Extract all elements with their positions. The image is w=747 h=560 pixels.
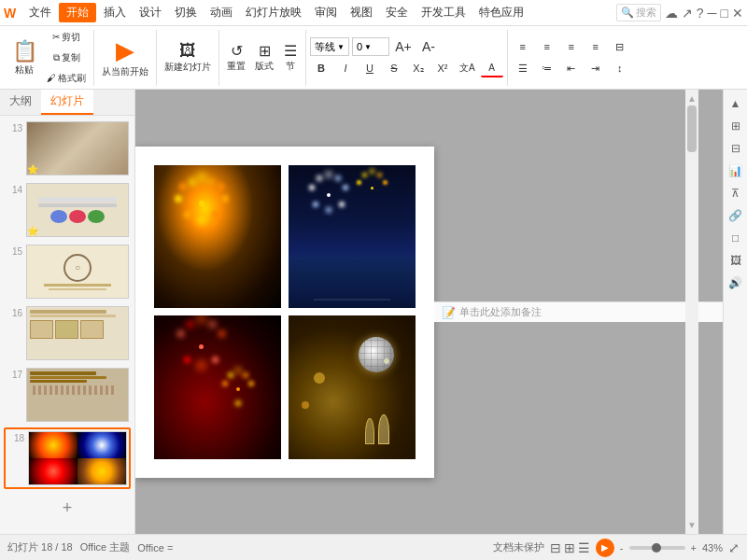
tab-slides[interactable]: 幻灯片 — [41, 90, 93, 115]
box-tool-button[interactable]: □ — [726, 228, 746, 248]
slide-image-4[interactable] — [289, 315, 416, 459]
list-button[interactable]: ☰ — [512, 59, 534, 77]
main-area: 大纲 幻灯片 13 ⭐ 14 — [0, 90, 747, 534]
slide-num-15: 15 — [6, 245, 22, 257]
justify-button[interactable]: ≡ — [585, 37, 607, 56]
cut-icon: ✂ — [52, 32, 60, 42]
clipboard-sub: ✂ 剪切 ⧉ 复制 🖌 格式刷 — [43, 28, 90, 88]
share-icon[interactable]: ↗ — [682, 6, 693, 21]
slide-item-14[interactable]: 14 ⭐ — [4, 181, 131, 239]
underline-button[interactable]: U — [359, 59, 381, 77]
strikethrough-button[interactable]: S — [383, 59, 405, 77]
slide-item-18[interactable]: 18 — [4, 427, 131, 489]
indent-decrease-button[interactable]: ⇤ — [560, 59, 583, 77]
grid-view-icon[interactable]: ⊞ — [564, 540, 575, 555]
status-bar-right: 文档未保护 ⊟ ⊞ ☰ ▶ - + 43% ⤢ — [493, 539, 740, 557]
zoom-in-button[interactable]: + — [691, 542, 697, 553]
zoom-slider[interactable] — [629, 546, 685, 550]
grid-tool-button[interactable]: ⊟ — [726, 138, 746, 159]
cut-button[interactable]: ✂ 剪切 — [43, 28, 90, 47]
maximize-icon[interactable]: □ — [721, 6, 728, 21]
align-right-button[interactable]: ≡ — [560, 37, 583, 56]
office-label: Office = — [137, 542, 173, 553]
vertical-scrollbar[interactable]: ▲ ▼ — [685, 90, 698, 534]
text-color-button[interactable]: A — [481, 59, 503, 77]
star-icon-14: ⭐ — [27, 226, 38, 236]
add-slide-button[interactable]: + — [4, 493, 131, 524]
minimize-icon[interactable]: ─ — [708, 6, 717, 21]
slide-item-15[interactable]: 15 ○ — [4, 243, 131, 301]
table-tool-button[interactable]: ⊞ — [726, 116, 746, 136]
slide-image-3[interactable] — [154, 315, 281, 459]
right-panel: ▲ ⊞ ⊟ 📊 ⊼ 🔗 □ 🖼 🔊 — [723, 90, 747, 534]
slide-item-17[interactable]: 17 — [4, 366, 131, 424]
menu-security[interactable]: 安全 — [380, 3, 414, 22]
new-slide-button[interactable]: 🖼 新建幻灯片 — [161, 39, 215, 76]
increase-font-button[interactable]: A+ — [392, 37, 415, 56]
menu-start[interactable]: 开始 — [59, 3, 96, 22]
normal-view-icon[interactable]: ⊟ — [550, 540, 561, 555]
font-name-dropdown[interactable]: 等线 ▼ — [310, 37, 349, 56]
format-painter-button[interactable]: 🖌 格式刷 — [43, 69, 90, 88]
start-from-current-button[interactable]: ▶ 从当前开始 — [98, 35, 152, 81]
triangle-tool-button[interactable]: ▲ — [726, 93, 746, 114]
help-icon[interactable]: ? — [697, 6, 704, 21]
play-button[interactable]: ▶ — [596, 539, 614, 557]
copy-button[interactable]: ⧉ 复制 — [43, 49, 90, 67]
menu-special[interactable]: 特色应用 — [473, 3, 529, 22]
party-scene — [289, 315, 416, 459]
line-spacing-button[interactable]: ↕ — [609, 59, 631, 77]
menu-slideshow[interactable]: 幻灯片放映 — [240, 3, 307, 22]
reset-button[interactable]: ↺ 重置 — [223, 40, 249, 75]
scroll-down-arrow[interactable]: ▼ — [687, 520, 697, 530]
footnote-placeholder[interactable]: 单击此处添加备注 — [459, 305, 542, 319]
title-menu: 文件 开始 插入 设计 切换 动画 幻灯片放映 审阅 视图 安全 开发工具 特色… — [23, 3, 529, 22]
bold-button[interactable]: B — [310, 59, 332, 77]
outline-view-icon[interactable]: ☰ — [578, 540, 590, 555]
align-center-button[interactable]: ≡ — [536, 37, 558, 56]
slide-canvas — [135, 147, 434, 478]
zoom-out-button[interactable]: - — [620, 542, 624, 553]
indent-increase-button[interactable]: ⇥ — [585, 59, 607, 77]
align-left-button[interactable]: ≡ — [512, 37, 534, 56]
menu-insert[interactable]: 插入 — [98, 3, 132, 22]
subscript-button[interactable]: X₂ — [407, 59, 430, 77]
decrease-font-button[interactable]: A- — [417, 37, 440, 56]
tab-outline[interactable]: 大纲 — [0, 90, 41, 115]
menu-review[interactable]: 审阅 — [309, 3, 343, 22]
section-button[interactable]: ☰ 节 — [279, 40, 302, 75]
italic-button[interactable]: I — [334, 59, 357, 77]
menu-dev-tools[interactable]: 开发工具 — [416, 3, 472, 22]
slide-image-1[interactable] — [154, 165, 281, 309]
menu-view[interactable]: 视图 — [345, 3, 378, 22]
menu-animation[interactable]: 动画 — [204, 3, 238, 22]
slide-image-2[interactable] — [289, 165, 416, 309]
superscript-button[interactable]: X² — [431, 59, 454, 77]
filter-tool-button[interactable]: ⊼ — [726, 183, 746, 203]
slide-thumb-16 — [26, 306, 129, 360]
menu-design[interactable]: 设计 — [134, 3, 167, 22]
photo-tool-button[interactable]: 🖼 — [726, 250, 746, 271]
sound-tool-button[interactable]: 🔊 — [726, 273, 746, 293]
font-size-input[interactable]: 0 ▼ — [352, 37, 389, 56]
number-list-button[interactable]: ≔ — [536, 59, 558, 77]
text-shadow-button[interactable]: 文A — [456, 59, 479, 77]
menu-file[interactable]: 文件 — [23, 3, 57, 22]
slide-item-13[interactable]: 13 ⭐ — [4, 119, 131, 177]
scroll-up-arrow[interactable]: ▲ — [687, 93, 697, 104]
link-tool-button[interactable]: 🔗 — [726, 205, 746, 226]
copy-icon: ⧉ — [53, 52, 60, 63]
fit-window-icon[interactable]: ⤢ — [728, 540, 740, 555]
close-icon[interactable]: ✕ — [732, 6, 743, 21]
menu-transition[interactable]: 切换 — [169, 3, 203, 22]
fontsize-arrow: ▼ — [364, 43, 372, 51]
paste-button[interactable]: 📋 粘贴 — [7, 35, 41, 81]
column-button[interactable]: ⊟ — [609, 37, 631, 56]
scroll-thumb[interactable] — [687, 105, 697, 152]
search-label[interactable]: 搜索 — [636, 6, 656, 20]
layout-button[interactable]: ⊞ 版式 — [251, 40, 277, 75]
cloud-icon[interactable]: ☁ — [665, 6, 678, 21]
paste-section-row: 📋 粘贴 ✂ 剪切 ⧉ 复制 🖌 格式刷 — [7, 28, 90, 88]
slide-item-16[interactable]: 16 — [4, 304, 131, 362]
chart-tool-button[interactable]: 📊 — [726, 161, 746, 181]
